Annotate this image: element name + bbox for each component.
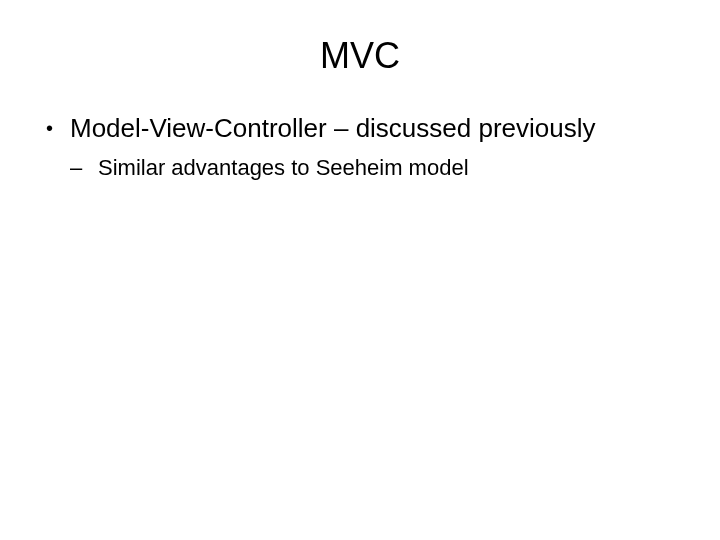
- slide-content: Model-View-Controller – discussed previo…: [40, 112, 680, 182]
- slide-title: MVC: [40, 35, 680, 77]
- dash-marker-icon: [70, 154, 98, 183]
- bullet-text: Model-View-Controller – discussed previo…: [70, 112, 680, 146]
- bullet-marker-icon: [40, 112, 70, 146]
- bullet-text: Similar advantages to Seeheim model: [98, 154, 680, 183]
- bullet-level-1: Model-View-Controller – discussed previo…: [40, 112, 680, 146]
- bullet-level-2: Similar advantages to Seeheim model: [70, 154, 680, 183]
- slide: MVC Model-View-Controller – discussed pr…: [0, 0, 720, 540]
